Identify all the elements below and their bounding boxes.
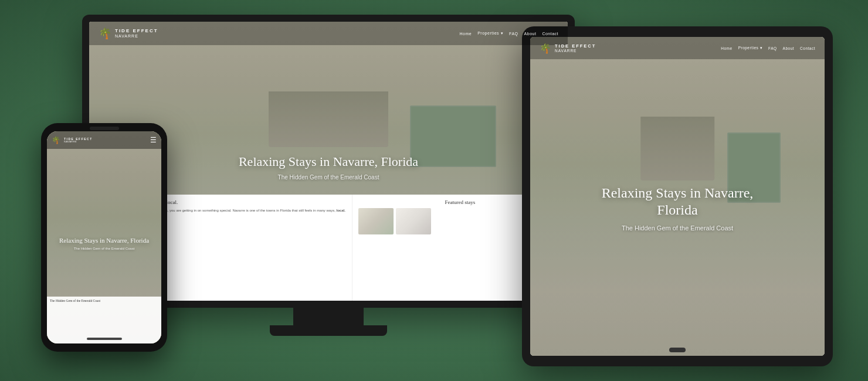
tablet-logo-text: TIDE EFFECT NAVARRE <box>555 43 596 53</box>
brand-name: TIDE EFFECT <box>115 28 158 34</box>
hero-title: Relaxing Stays in Navarre, Florida <box>125 154 532 169</box>
tablet-brand-name: TIDE EFFECT <box>555 43 596 49</box>
tablet-hero-title: Relaxing Stays in Navarre,Florida <box>552 185 803 219</box>
phone-frame: Relaxing Stays in Navarre, Florida The H… <box>41 123 167 352</box>
tablet-hero-subtitle: The Hidden Gem of the Emerald Coast <box>552 224 803 232</box>
devices-container: Relaxing Stays in Navarre, Florida The H… <box>23 9 845 372</box>
nav-links: Home Properties ▾ FAQ About Contact <box>460 31 558 36</box>
phone-device: Relaxing Stays in Navarre, Florida The H… <box>41 123 167 352</box>
hero-content: Relaxing Stays in Navarre, Florida The H… <box>125 154 532 181</box>
tablet-device: Relaxing Stays in Navarre,Florida The Hi… <box>522 26 833 366</box>
phone-logo-text: TIDE EFFECT NAVARRE <box>64 137 93 144</box>
phone-home-bar[interactable] <box>87 338 122 340</box>
tablet-nav-about[interactable]: About <box>783 46 795 50</box>
brand-sub: NAVARRE <box>115 34 158 39</box>
site-logo: 🌴 TIDE EFFECT NAVARRE <box>99 27 158 40</box>
phone-notch <box>90 127 119 130</box>
monitor-neck <box>293 308 364 325</box>
tablet-palm-icon: 🌴 <box>540 43 551 54</box>
phone-hero-content: Relaxing Stays in Navarre, Florida The H… <box>56 236 153 250</box>
phone-nav: 🌴 TIDE EFFECT NAVARRE ☰ <box>47 131 161 149</box>
phone-bottom-content: The Hidden Gem of the Emerald Coast <box>47 297 161 343</box>
tablet-hero-content: Relaxing Stays in Navarre,Florida The Hi… <box>552 185 803 232</box>
desktop-nav: 🌴 TIDE EFFECT NAVARRE Home Properties ▾ … <box>89 22 568 45</box>
nav-properties[interactable]: Properties ▾ <box>477 31 503 36</box>
phone-screen: Relaxing Stays in Navarre, Florida The H… <box>47 131 161 343</box>
phone-hero-subtitle: The Hidden Gem of the Emerald Coast <box>56 247 153 250</box>
hamburger-menu-icon[interactable]: ☰ <box>150 137 157 144</box>
tablet-frame: Relaxing Stays in Navarre,Florida The Hi… <box>522 26 833 366</box>
tablet-hero-section: Relaxing Stays in Navarre,Florida The Hi… <box>530 37 825 356</box>
palm-icon: 🌴 <box>99 27 111 40</box>
tablet-nav-home[interactable]: Home <box>721 46 732 50</box>
monitor-base <box>270 325 387 336</box>
featured-image-2 <box>396 208 431 234</box>
phone-hero-title: Relaxing Stays in Navarre, Florida <box>56 236 153 244</box>
tablet-brand-sub: NAVARRE <box>555 49 596 53</box>
featured-image-1 <box>358 208 394 234</box>
nav-contact[interactable]: Contact <box>542 32 558 36</box>
phone-bottom-text: The Hidden Gem of the Emerald Coast <box>50 299 158 304</box>
tablet-screen: Relaxing Stays in Navarre,Florida The Hi… <box>530 37 825 356</box>
nav-faq[interactable]: FAQ <box>509 32 518 36</box>
phone-brand-sub: NAVARRE <box>64 141 93 144</box>
tablet-nav: 🌴 TIDE EFFECT NAVARRE Home Properties ▾ … <box>530 37 825 59</box>
phone-palm-icon: 🌴 <box>52 136 60 145</box>
nav-home[interactable]: Home <box>460 32 472 36</box>
phone-logo: 🌴 TIDE EFFECT NAVARRE <box>52 136 93 145</box>
tablet-nav-contact[interactable]: Contact <box>800 46 815 50</box>
tablet-home-button[interactable] <box>669 348 686 352</box>
tablet-nav-links: Home Properties ▾ FAQ About Contact <box>721 46 815 50</box>
tablet-logo: 🌴 TIDE EFFECT NAVARRE <box>540 43 596 54</box>
hero-subtitle: The Hidden Gem of the Emerald Coast <box>125 174 532 181</box>
nav-about[interactable]: About <box>524 32 537 36</box>
logo-text: TIDE EFFECT NAVARRE <box>115 28 158 39</box>
tablet-nav-faq[interactable]: FAQ <box>768 46 777 50</box>
local-word: local. <box>337 209 345 212</box>
tablet-nav-properties[interactable]: Properties ▾ <box>738 46 762 50</box>
